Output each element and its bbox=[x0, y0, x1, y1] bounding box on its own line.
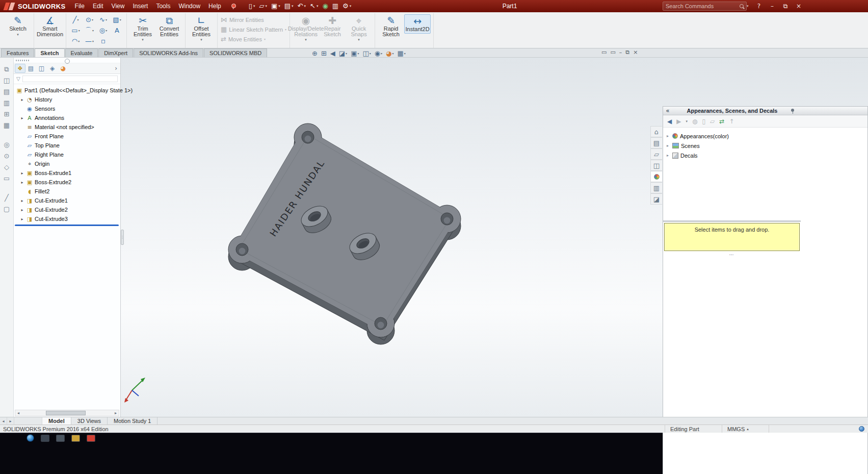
close-button[interactable]: × bbox=[792, 1, 805, 11]
forum-tab[interactable]: ◪ bbox=[650, 193, 662, 205]
menu-insert[interactable]: Insert bbox=[128, 1, 152, 12]
chevron-down-icon[interactable]: ▾ bbox=[305, 38, 307, 42]
chevron-down-icon[interactable]: ▾ bbox=[17, 33, 19, 37]
chevron-down-icon[interactable]: ▾ bbox=[304, 4, 306, 8]
graphics-area[interactable]: HAIDER HUNDAL bbox=[124, 58, 650, 417]
command-search[interactable]: ▾ bbox=[663, 2, 747, 11]
tab-sketch[interactable]: Sketch bbox=[35, 48, 64, 57]
expand-arrow-icon[interactable]: ▸ bbox=[20, 198, 24, 203]
tree-item-fillet2[interactable]: ◖ Fillet2 bbox=[14, 187, 120, 196]
taskbar-app-icon[interactable] bbox=[87, 435, 95, 442]
feature-manager-tab[interactable]: ❖ bbox=[15, 64, 25, 73]
tree-item-annotations[interactable]: ▸ A Annotations bbox=[14, 113, 120, 122]
pane-splitter[interactable] bbox=[663, 220, 801, 222]
expand-arrow-icon[interactable]: ▸ bbox=[665, 134, 670, 138]
tree-item-material[interactable]: ≡ Material <not specified> bbox=[14, 122, 120, 132]
refresh-sync-icon[interactable]: ⇄ bbox=[719, 118, 724, 125]
appearances-scenes-tab[interactable] bbox=[650, 171, 662, 182]
tree-item-cut-extrude1[interactable]: ▸ ◨ Cut-Extrude1 bbox=[14, 196, 120, 205]
resize-dots[interactable]: ⋯ bbox=[664, 252, 800, 257]
view-settings-button[interactable]: ▦▾ bbox=[397, 49, 405, 57]
tab-scroll-right-button[interactable]: ▸ bbox=[7, 417, 14, 425]
tree-item-right-plane[interactable]: ▱ Right Plane bbox=[14, 150, 120, 159]
tab-3d-views[interactable]: 3D Views bbox=[71, 417, 108, 425]
chevron-down-icon[interactable]: ▾ bbox=[317, 4, 319, 8]
chevron-down-icon[interactable]: ▾ bbox=[292, 4, 294, 8]
circle-tool-button[interactable]: ⊙▾ bbox=[83, 14, 96, 25]
filter-funnel-icon[interactable]: ▽ bbox=[16, 76, 20, 82]
expand-arrow-icon[interactable]: ▸ bbox=[20, 217, 24, 221]
forward-button[interactable]: ▶ bbox=[676, 118, 681, 125]
zoom-fit-button[interactable]: ⊕ bbox=[312, 49, 318, 57]
tab-features[interactable]: Features bbox=[1, 48, 34, 57]
configuration-manager-tab[interactable]: ◫ bbox=[36, 64, 47, 73]
tree-item-sensors[interactable]: ◉ Sensors bbox=[14, 104, 120, 113]
tree-item-cut-extrude2[interactable]: ▸ ◨ Cut-Extrude2 bbox=[14, 205, 120, 214]
help-button[interactable]: ? bbox=[752, 1, 766, 11]
mirror-entities-button[interactable]: ⋈ Mirror Entities bbox=[221, 16, 264, 23]
convert-entities-button[interactable]: ⧉ Convert Entities bbox=[156, 14, 182, 38]
tab-evaluate[interactable]: Evaluate bbox=[65, 48, 98, 57]
menu-edit[interactable]: Edit bbox=[89, 1, 108, 12]
minimize-button[interactable]: – bbox=[766, 1, 779, 11]
linear-sketch-pattern-button[interactable]: ▦ Linear Sketch Pattern ▾ bbox=[221, 26, 286, 33]
move-entities-button[interactable]: ⇄ Move Entities ▾ bbox=[221, 35, 266, 43]
tree-item-appearances[interactable]: ▸ Appearances(color) bbox=[665, 131, 865, 141]
save-button[interactable]: ▣▾ bbox=[269, 2, 282, 11]
tree-item-history[interactable]: ▸ ◔ History bbox=[14, 95, 120, 104]
rapid-sketch-button[interactable]: ✎ Rapid Sketch bbox=[378, 14, 404, 38]
display-delete-relations-button[interactable]: ◉ Display/Delete Relations ▾ bbox=[293, 14, 319, 42]
menu-view[interactable]: View bbox=[108, 1, 129, 12]
expand-arrow-icon[interactable]: ▸ bbox=[665, 153, 670, 158]
doc-restore-button[interactable]: ⧉ bbox=[625, 49, 629, 56]
tab-solidworks-add-ins[interactable]: SOLIDWORKS Add-Ins bbox=[134, 48, 203, 57]
quick-snaps-button[interactable]: ⌖ Quick Snaps ▾ bbox=[346, 14, 372, 42]
dimxpert-manager-tab[interactable]: ◈ bbox=[47, 64, 58, 73]
display-style-button[interactable]: ◫▾ bbox=[362, 49, 371, 57]
filter-input[interactable] bbox=[22, 76, 118, 82]
taskbar-app-icon[interactable] bbox=[56, 435, 65, 442]
chevron-down-icon[interactable]: ▾ bbox=[358, 38, 360, 42]
search-caret-icon[interactable]: ▾ bbox=[747, 4, 749, 8]
doc-close-button[interactable]: × bbox=[633, 49, 638, 56]
chevron-down-icon[interactable]: ▾ bbox=[265, 4, 267, 8]
taskbar-app-icon[interactable] bbox=[71, 435, 80, 442]
repair-sketch-button[interactable]: ✚ Repair Sketch bbox=[319, 14, 346, 38]
design-library-tab[interactable]: ▤ bbox=[650, 137, 662, 148]
chevron-down-icon[interactable]: ▾ bbox=[264, 37, 266, 41]
left-toolbar-icon[interactable]: ▤ bbox=[4, 88, 10, 95]
centerline-tool-button[interactable]: —▾ bbox=[83, 36, 96, 46]
menu-file[interactable]: File bbox=[71, 1, 89, 12]
undo-button[interactable]: ↶▾ bbox=[296, 2, 308, 11]
menu-help[interactable]: Help bbox=[204, 1, 225, 12]
ellipse-tool-button[interactable]: ◎▾ bbox=[96, 25, 110, 36]
pin-menu-icon[interactable] bbox=[230, 3, 236, 9]
text-tool-button[interactable]: A bbox=[110, 25, 124, 36]
polygon-tool-button[interactable]: ▧▾ bbox=[110, 14, 124, 25]
open-folder-icon[interactable]: ▱ bbox=[710, 118, 715, 125]
start-button[interactable] bbox=[27, 434, 34, 442]
property-manager-tab[interactable]: ▤ bbox=[25, 64, 36, 73]
units-selector[interactable]: MMGS▴ bbox=[722, 425, 769, 433]
history-caret-icon[interactable]: ▾ bbox=[686, 119, 688, 123]
left-toolbar-icon[interactable]: ◎ bbox=[4, 141, 9, 148]
left-toolbar-icon[interactable]: ▢ bbox=[4, 206, 10, 212]
taskbar-app-icon[interactable] bbox=[41, 435, 49, 442]
chevron-down-icon[interactable]: ▾ bbox=[278, 4, 280, 8]
tree-item-cut-extrude3[interactable]: ▸ ◨ Cut-Extrude3 bbox=[14, 214, 120, 223]
chevron-down-icon[interactable]: ▾ bbox=[285, 28, 286, 31]
left-toolbar-icon[interactable]: ▦ bbox=[4, 122, 10, 129]
expand-arrow-icon[interactable]: ▸ bbox=[20, 180, 24, 185]
instant2d-button[interactable]: ↔ Instant2D bbox=[404, 14, 431, 34]
connection-globe-icon[interactable] bbox=[859, 426, 864, 432]
tree-item-decals[interactable]: ▸ Decals bbox=[665, 151, 865, 160]
file-explorer-tab[interactable]: ▱ bbox=[650, 148, 662, 160]
print-button[interactable]: ▤▾ bbox=[282, 2, 296, 11]
left-toolbar-icon[interactable]: ◇ bbox=[4, 164, 9, 170]
line-tool-button[interactable]: ╱▾ bbox=[69, 14, 83, 25]
pin-pane-icon[interactable] bbox=[790, 108, 796, 114]
doc-minimize-button[interactable]: – bbox=[619, 49, 622, 56]
arc-tool-button[interactable]: ⌒▾ bbox=[83, 25, 96, 36]
tree-root-part[interactable]: ▣ Part1 (Default<<Default>_Display State… bbox=[14, 86, 120, 95]
left-toolbar-icon[interactable]: ▥ bbox=[4, 99, 10, 106]
